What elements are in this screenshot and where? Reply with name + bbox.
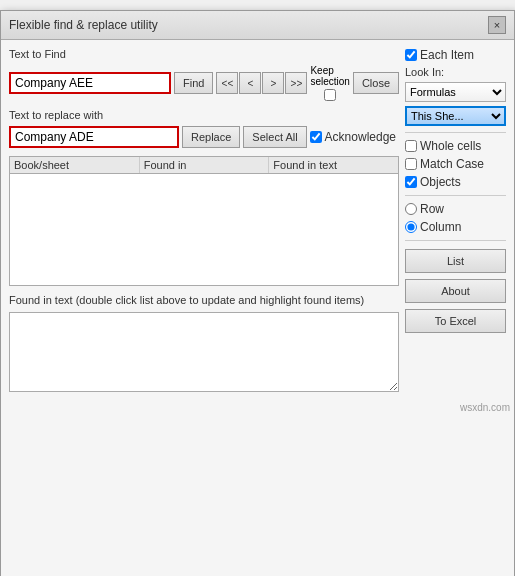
replace-input[interactable]	[9, 126, 179, 148]
find-button[interactable]: Find	[174, 72, 213, 94]
find-input[interactable]	[9, 72, 171, 94]
acknowledge-label: Acknowledge	[325, 130, 396, 144]
nav-next-button[interactable]: >	[262, 72, 284, 94]
match-case-checkbox[interactable]	[405, 158, 417, 170]
row-radio-row: Row	[405, 202, 506, 216]
results-table: Book/sheet Found in Found in text	[9, 156, 399, 286]
title-bar: Flexible find & replace utility ×	[1, 11, 514, 40]
col-book-sheet: Book/sheet	[10, 157, 140, 173]
nav-buttons: << < > >>	[216, 72, 307, 94]
found-text-label: Found in text (double click list above t…	[9, 294, 399, 306]
keep-selection-checkbox[interactable]	[324, 89, 336, 101]
find-label: Text to Find	[9, 48, 399, 60]
find-row: Find << < > >> Keepselection Close	[9, 65, 399, 101]
dialog-body: Text to Find Find << < > >> Keepselectio…	[1, 40, 514, 400]
close-icon[interactable]: ×	[488, 16, 506, 34]
dialog-title: Flexible find & replace utility	[9, 18, 158, 32]
separator-3	[405, 240, 506, 241]
found-text-area[interactable]	[9, 312, 399, 392]
replace-button[interactable]: Replace	[182, 126, 240, 148]
close-button[interactable]: Close	[353, 72, 399, 94]
select-all-button[interactable]: Select All	[243, 126, 306, 148]
to-excel-button[interactable]: To Excel	[405, 309, 506, 333]
nav-last-button[interactable]: >>	[285, 72, 307, 94]
dialog: Flexible find & replace utility × Text t…	[0, 10, 515, 576]
acknowledge-row: Acknowledge	[310, 130, 396, 144]
watermark: wsxdn.com	[1, 400, 514, 415]
each-item-checkbox[interactable]	[405, 49, 417, 61]
replace-label: Text to replace with	[9, 109, 399, 121]
keep-selection-label: Keepselection	[310, 65, 349, 87]
each-item-row: Each Item	[405, 48, 506, 62]
separator-2	[405, 195, 506, 196]
right-panel: Each Item Look In: Formulas Values Comme…	[405, 48, 506, 392]
objects-row: Objects	[405, 175, 506, 189]
column-radio-row: Column	[405, 220, 506, 234]
separator-1	[405, 132, 506, 133]
list-button[interactable]: List	[405, 249, 506, 273]
acknowledge-checkbox[interactable]	[310, 131, 322, 143]
nav-prev-button[interactable]: <	[239, 72, 261, 94]
replace-row: Replace Select All Acknowledge	[9, 126, 399, 148]
table-header: Book/sheet Found in Found in text	[10, 157, 398, 174]
row-radio[interactable]	[405, 203, 417, 215]
look-in-label: Look In:	[405, 66, 506, 78]
column-label: Column	[420, 220, 461, 234]
whole-cells-label: Whole cells	[420, 139, 481, 153]
match-case-label: Match Case	[420, 157, 484, 171]
keep-selection: Keepselection	[310, 65, 349, 101]
col-found-in-text: Found in text	[269, 157, 398, 173]
objects-checkbox[interactable]	[405, 176, 417, 188]
row-label: Row	[420, 202, 444, 216]
match-case-row: Match Case	[405, 157, 506, 171]
objects-label: Objects	[420, 175, 461, 189]
nav-first-button[interactable]: <<	[216, 72, 238, 94]
whole-cells-checkbox[interactable]	[405, 140, 417, 152]
col-found-in: Found in	[140, 157, 270, 173]
each-item-label: Each Item	[420, 48, 474, 62]
about-button[interactable]: About	[405, 279, 506, 303]
left-panel: Text to Find Find << < > >> Keepselectio…	[9, 48, 399, 392]
whole-cells-row: Whole cells	[405, 139, 506, 153]
column-radio[interactable]	[405, 221, 417, 233]
this-sheet-dropdown[interactable]: This She... All Sheets	[405, 106, 506, 126]
formulas-dropdown[interactable]: Formulas Values Comments	[405, 82, 506, 102]
